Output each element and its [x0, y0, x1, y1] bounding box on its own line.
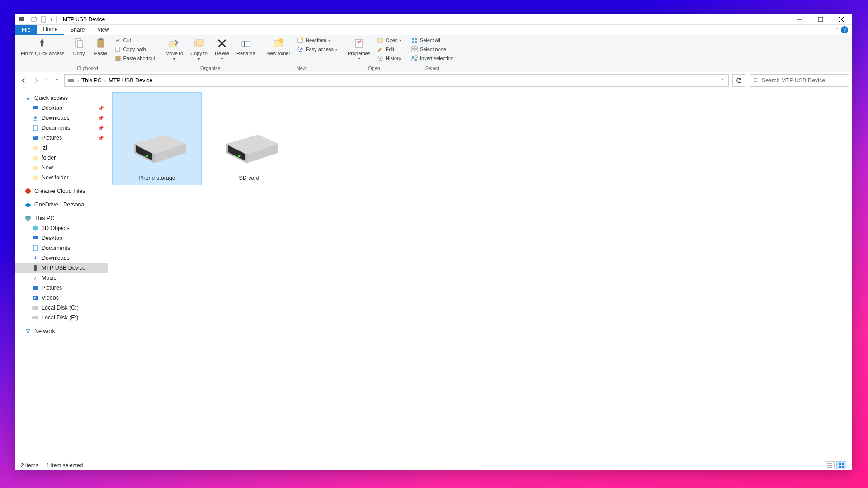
select-all-button[interactable]: Select all — [409, 36, 455, 44]
svg-rect-28 — [412, 38, 414, 40]
paste-button[interactable]: Paste — [91, 36, 111, 57]
edit-button[interactable]: Edit — [375, 45, 403, 53]
new-folder-icon — [272, 37, 285, 50]
new-folder-button[interactable]: New folder — [264, 36, 293, 57]
address-history-dropdown[interactable]: ˅ — [717, 74, 729, 87]
properties-button[interactable]: Properties▾ — [345, 36, 373, 62]
sidebar-item-pc-pictures[interactable]: Pictures — [15, 283, 108, 293]
pc-icon — [24, 215, 32, 222]
svg-point-75 — [238, 155, 241, 157]
item-label: Phone storage — [138, 175, 175, 181]
qat-dropdown-icon[interactable]: ▼ — [49, 17, 53, 22]
select-none-button[interactable]: Select none — [409, 45, 455, 53]
qat-new-folder-icon[interactable] — [31, 16, 38, 23]
svg-point-24 — [298, 47, 302, 52]
sidebar-onedrive[interactable]: OneDrive - Personal — [15, 200, 108, 210]
sidebar-item-mtp-usb[interactable]: MTP USB Device — [15, 263, 108, 273]
documents-icon — [32, 124, 39, 131]
history-button[interactable]: History — [375, 54, 403, 62]
svg-rect-63 — [26, 329, 28, 330]
close-button[interactable] — [831, 14, 852, 25]
sidebar-item-folder[interactable]: folder — [15, 153, 108, 163]
view-details-button[interactable] — [825, 461, 835, 469]
content-pane[interactable]: Phone storage SD card — [108, 89, 852, 460]
copy-to-button[interactable]: Copy to▾ — [188, 36, 210, 62]
sidebar-item-disk-e[interactable]: Local Disk (E:) — [15, 313, 108, 323]
search-box[interactable] — [750, 74, 849, 87]
explorer-window: ▼ MTP USB Device File Home Share View ˄ … — [15, 14, 852, 470]
crumb-current[interactable]: MTP USB Device — [108, 77, 152, 84]
cc-icon — [24, 188, 32, 195]
search-input[interactable] — [762, 77, 846, 84]
svg-rect-2 — [41, 17, 46, 22]
open-button[interactable]: Open▾ — [375, 36, 403, 44]
status-selected-count: 1 item selected — [47, 462, 83, 469]
sidebar-item-pictures[interactable]: Pictures📌 — [15, 133, 108, 143]
3d-icon — [32, 225, 39, 232]
sidebar-item-pc-documents[interactable]: Documents — [15, 243, 108, 253]
tab-home[interactable]: Home — [37, 25, 64, 35]
sidebar-item-videos[interactable]: Videos — [15, 293, 108, 303]
folder-icon — [32, 164, 39, 171]
maximize-button[interactable] — [810, 14, 831, 25]
view-large-icons-button[interactable] — [836, 461, 846, 469]
copy-button[interactable]: Copy — [69, 36, 89, 57]
svg-rect-40 — [68, 79, 74, 82]
svg-rect-9 — [98, 39, 104, 47]
copy-path-icon — [114, 46, 122, 53]
tab-view[interactable]: View — [91, 25, 115, 35]
refresh-button[interactable] — [732, 74, 745, 87]
cut-button[interactable]: ✂Cut — [113, 36, 157, 44]
nav-forward-button[interactable] — [31, 75, 42, 86]
sidebar-item-downloads[interactable]: Downloads📌 — [15, 113, 108, 123]
sidebar-item-new-folder[interactable]: New folder — [15, 173, 108, 183]
sidebar-network[interactable]: Network — [15, 326, 108, 336]
breadcrumb-bar[interactable]: › This PC › MTP USB Device — [64, 74, 717, 87]
sidebar-item-izi[interactable]: izi — [15, 143, 108, 153]
minimize-ribbon-icon[interactable]: ˄ — [836, 28, 838, 33]
copy-path-button[interactable]: Copy path — [113, 45, 157, 53]
window-title: MTP USB Device — [59, 16, 105, 23]
sidebar-item-pc-downloads[interactable]: Downloads — [15, 253, 108, 263]
delete-button[interactable]: Delete▾ — [212, 36, 232, 62]
svg-rect-15 — [196, 40, 203, 45]
pin-to-quick-access-button[interactable]: Pin to Quick access — [18, 36, 67, 57]
music-icon: ♪ — [32, 274, 39, 282]
sidebar-item-new[interactable]: New — [15, 163, 108, 173]
group-label-clipboard: Clipboard — [18, 65, 157, 72]
svg-rect-36 — [412, 56, 414, 58]
paste-shortcut-button[interactable]: Paste shortcut — [113, 54, 157, 62]
nav-recent-dropdown[interactable]: ˅ — [43, 75, 50, 86]
downloads-icon — [32, 114, 39, 122]
sidebar-item-disk-c[interactable]: Local Disk (C:) — [15, 303, 108, 313]
new-item-button[interactable]: New item▾ — [295, 36, 339, 44]
invert-selection-button[interactable]: Invert selection — [409, 54, 455, 62]
tab-file[interactable]: File — [15, 25, 37, 35]
nav-back-button[interactable] — [18, 75, 29, 86]
help-icon[interactable]: ? — [841, 26, 848, 33]
nav-up-button[interactable] — [52, 75, 62, 86]
crumb-this-pc[interactable]: This PC — [81, 77, 101, 84]
minimize-button[interactable] — [789, 14, 810, 25]
rename-button[interactable]: Rename — [234, 36, 258, 57]
svg-rect-79 — [839, 463, 841, 465]
qat-properties-icon[interactable] — [40, 16, 47, 23]
tab-share[interactable]: Share — [64, 25, 91, 35]
sidebar-item-music[interactable]: ♪Music — [15, 273, 108, 283]
item-sd-card[interactable]: SD card — [204, 92, 294, 185]
sidebar-item-pc-desktop[interactable]: Desktop — [15, 233, 108, 243]
sidebar-this-pc[interactable]: This PC — [15, 213, 108, 223]
sidebar-item-documents[interactable]: Documents📌 — [15, 123, 108, 133]
sidebar-creative-cloud[interactable]: Creative Cloud Files — [15, 186, 108, 196]
easy-access-button[interactable]: Easy access▾ — [295, 45, 339, 53]
chevron-right-icon[interactable]: › — [77, 78, 79, 83]
sidebar-quick-access[interactable]: ★Quick access — [15, 93, 108, 103]
status-item-count: 2 items — [21, 462, 38, 469]
svg-rect-48 — [33, 146, 38, 150]
chevron-right-icon[interactable]: › — [104, 78, 106, 83]
sidebar-item-desktop[interactable]: Desktop📌 — [15, 103, 108, 113]
move-to-button[interactable]: Move to▾ — [163, 36, 186, 62]
navigation-pane[interactable]: ★Quick access Desktop📌 Downloads📌 Docume… — [15, 89, 108, 460]
sidebar-item-3d-objects[interactable]: 3D Objects — [15, 223, 108, 233]
item-phone-storage[interactable]: Phone storage — [112, 92, 202, 185]
